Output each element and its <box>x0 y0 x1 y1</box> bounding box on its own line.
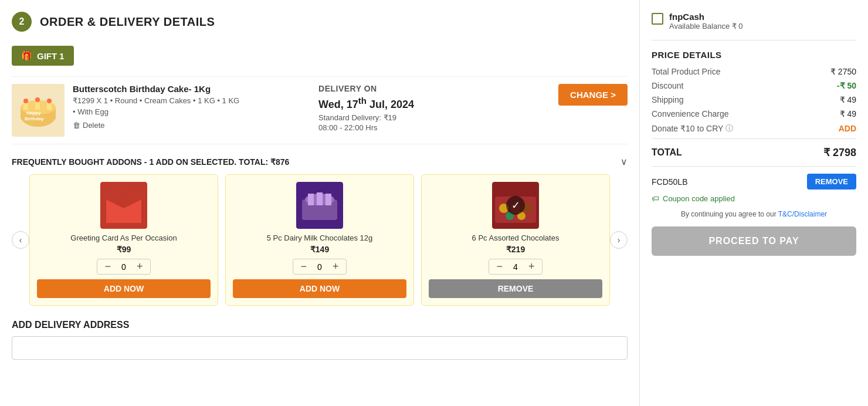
change-delivery-button[interactable]: CHANGE > <box>558 84 628 106</box>
remove-addon-button-3[interactable]: REMOVE <box>429 279 602 298</box>
proceed-to-pay-button[interactable]: PROCEED TO PAY <box>652 226 856 256</box>
product-image: Happy Birthday <box>12 84 65 137</box>
selected-checkmark: ✓ <box>506 196 525 215</box>
product-name: Butterscotch Birthday Cake- 1Kg <box>73 84 304 94</box>
addon-card: Greeting Card As Per Occasion ₹99 − 0 + … <box>29 174 218 306</box>
coupon-applied-row: 🏷 Coupon code applied <box>652 194 856 203</box>
product-egg: With Egg <box>73 107 304 116</box>
svg-rect-18 <box>308 194 314 205</box>
addon-name-3: 6 Pc Assorted Chocolates <box>472 234 560 242</box>
add-now-button-1[interactable]: ADD NOW <box>37 279 211 298</box>
addon-name-2: 5 Pc Dairy Milk Chocolates 12g <box>267 234 373 242</box>
delivery-type: Standard Delivery: ₹19 <box>318 113 550 122</box>
donate-row: Donate ₹10 to CRY ⓘ ADD <box>652 123 856 134</box>
svg-point-8 <box>35 97 40 102</box>
addon-card-3: ✓ 6 Pc Assorted Chocolates ₹219 − 4 + RE… <box>421 174 610 306</box>
delivery-label: DELIVERY ON <box>318 84 550 93</box>
gift-icon: 🎁 <box>21 50 32 61</box>
qty-decrease-3[interactable]: − <box>494 260 505 273</box>
qty-control-2: − 0 + <box>293 259 346 275</box>
total-row: TOTAL ₹ 2798 <box>652 138 856 167</box>
shipping-value: ₹ 49 <box>840 95 856 104</box>
addons-header: FREQUENTLY BOUGHT ADDONS - 1 ADD ON SELE… <box>12 156 628 167</box>
delivery-hours: 08:00 - 22:00 Hrs <box>318 123 550 132</box>
addon-name-1: Greeting Card As Per Occasion <box>70 234 177 242</box>
tc-row: By continuing you agree to our T&C/Discl… <box>652 210 856 218</box>
svg-point-9 <box>47 99 52 103</box>
qty-value-3: 4 <box>510 262 521 272</box>
product-info: Butterscotch Birthday Cake- 1Kg ₹1299 X … <box>73 84 304 130</box>
add-donate-link[interactable]: ADD <box>839 124 856 133</box>
info-icon: ⓘ <box>725 123 733 134</box>
convenience-label: Convenience Charge <box>652 109 729 119</box>
address-input-bar[interactable] <box>12 336 628 360</box>
addon-price-3: ₹219 <box>506 245 525 254</box>
addon-image-1 <box>100 182 147 229</box>
discount-row: Discount -₹ 50 <box>652 81 856 90</box>
total-value: ₹ 2798 <box>823 146 856 159</box>
coupon-row: FCD50LB REMOVE <box>652 174 856 190</box>
total-product-price-label: Total Product Price <box>652 67 721 76</box>
product-row: Happy Birthday Butterscotch Birthday Cak… <box>12 76 628 144</box>
fnpcash-info: fnpCash Available Balance ₹ 0 <box>669 12 743 31</box>
convenience-row: Convenience Charge ₹ 49 <box>652 109 856 119</box>
sidebar: fnpCash Available Balance ₹ 0 PRICE DETA… <box>639 0 868 406</box>
qty-decrease-2[interactable]: − <box>298 260 309 273</box>
qty-value-1: 0 <box>118 262 130 272</box>
qty-increase-3[interactable]: + <box>526 260 537 273</box>
qty-increase-2[interactable]: + <box>330 260 341 273</box>
page-header: 2 ORDER & DELIVERY DETAILS <box>12 12 628 32</box>
qty-control-3: − 4 + <box>489 259 542 275</box>
addon-image-3: ✓ <box>492 182 539 229</box>
delivery-info: DELIVERY ON Wed, 17th Jul, 2024 Standard… <box>313 84 550 132</box>
delete-button[interactable]: 🗑 Delete <box>73 121 304 130</box>
remove-coupon-button[interactable]: REMOVE <box>807 174 856 190</box>
add-address-title: ADD DELIVERY ADDRESS <box>12 320 628 330</box>
addons-carousel: ‹ Greeting Card As Per Occasion ₹99 − 0 … <box>12 174 628 306</box>
product-meta: ₹1299 X 1 • Round • Cream Cakes • 1 KG •… <box>73 96 304 105</box>
fnpcash-row: fnpCash Available Balance ₹ 0 <box>652 12 856 40</box>
discount-value: -₹ 50 <box>837 81 856 90</box>
addon-price-1: ₹99 <box>117 245 131 254</box>
shipping-label: Shipping <box>652 95 684 104</box>
fnpcash-title: fnpCash <box>669 12 743 22</box>
addons-list: Greeting Card As Per Occasion ₹99 − 0 + … <box>29 174 610 306</box>
carousel-prev-button[interactable]: ‹ <box>12 231 29 249</box>
addon-card-2: 5 Pc Dairy Milk Chocolates 12g ₹149 − 0 … <box>225 174 414 306</box>
total-product-price-value: ₹ 2750 <box>830 67 856 76</box>
svg-point-7 <box>23 99 28 103</box>
total-label: TOTAL <box>652 147 682 158</box>
svg-rect-20 <box>326 194 331 205</box>
qty-increase-1[interactable]: + <box>134 260 145 273</box>
donate-label: Donate ₹10 to CRY ⓘ <box>652 123 733 134</box>
chevron-down-icon[interactable]: ∨ <box>621 156 628 167</box>
coupon-code: FCD50LB <box>652 177 687 187</box>
trash-icon: 🗑 <box>73 121 80 130</box>
discount-label: Discount <box>652 81 683 90</box>
add-now-button-2[interactable]: ADD NOW <box>233 279 406 298</box>
tc-link[interactable]: T&C/Disclaimer <box>778 210 827 218</box>
qty-decrease-1[interactable]: − <box>102 260 113 273</box>
gift-tag: 🎁 GIFT 1 <box>12 46 74 66</box>
step-badge: 2 <box>12 12 32 32</box>
svg-rect-19 <box>317 192 323 205</box>
qty-control-1: − 0 + <box>97 259 150 275</box>
addon-price-2: ₹149 <box>310 245 329 254</box>
qty-value-2: 0 <box>314 262 326 272</box>
convenience-value: ₹ 49 <box>840 109 856 119</box>
price-details-title: PRICE DETAILS <box>652 50 856 60</box>
svg-text:Birthday: Birthday <box>25 116 44 121</box>
delivery-date: Wed, 17th Jul, 2024 <box>318 96 550 111</box>
total-product-price-row: Total Product Price ₹ 2750 <box>652 67 856 76</box>
carousel-next-button[interactable]: › <box>610 231 628 249</box>
fnpcash-balance: Available Balance ₹ 0 <box>669 22 743 31</box>
svg-text:Happy: Happy <box>26 110 41 116</box>
fnpcash-checkbox[interactable] <box>652 13 663 25</box>
tag-icon: 🏷 <box>652 194 659 203</box>
addons-title: FREQUENTLY BOUGHT ADDONS - 1 ADD ON SELE… <box>12 157 289 167</box>
addon-image-2 <box>296 182 343 229</box>
shipping-row: Shipping ₹ 49 <box>652 95 856 104</box>
add-address-section: ADD DELIVERY ADDRESS <box>12 320 628 360</box>
page-title: ORDER & DELIVERY DETAILS <box>40 15 215 29</box>
